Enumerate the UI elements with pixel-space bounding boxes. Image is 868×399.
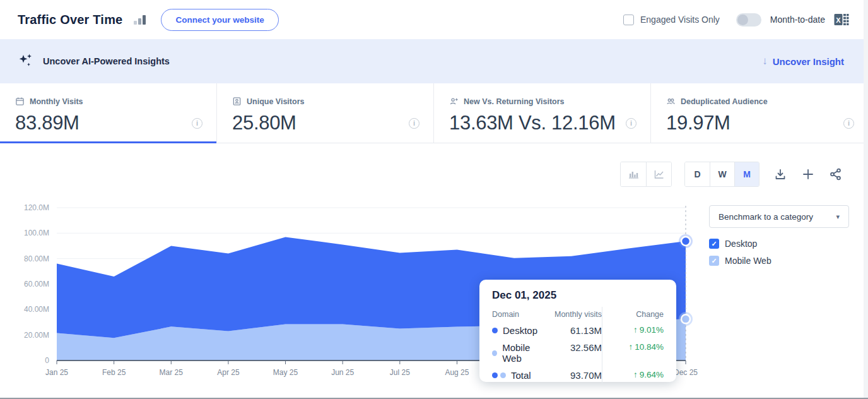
tooltip-total-change: ↑9.64% [602, 367, 664, 384]
download-icon[interactable] [773, 167, 787, 181]
desktop-checkbox[interactable]: ✓ [709, 239, 719, 249]
card-value: 25.80M [232, 112, 296, 134]
ai-insights-bar: Uncover AI-Powered Insights ↓ Uncover In… [0, 39, 868, 83]
mobile-marker [681, 314, 690, 323]
granularity-weekly-button[interactable]: W [710, 162, 734, 186]
info-icon[interactable]: i [843, 118, 854, 129]
month-to-date-label: Month-to-date [770, 15, 825, 25]
chart-tooltip: Dec 01, 2025 Domain Monthly visits Chang… [479, 280, 676, 382]
legend-label: Mobile Web [725, 256, 771, 266]
tooltip-col-change: Change [602, 307, 664, 322]
bar-chart-icon [134, 15, 146, 25]
mobile-web-dot [500, 372, 506, 378]
scrollbar-gutter[interactable] [864, 0, 868, 398]
change-value: 9.64% [640, 370, 664, 379]
tooltip-desktop-visits: 61.13M [548, 322, 602, 339]
card-label: Deduplicated Audience [681, 97, 768, 106]
up-arrow-icon: ↑ [633, 370, 638, 379]
info-icon[interactable]: i [409, 118, 419, 129]
desktop-dot [492, 328, 498, 333]
down-arrow-icon: ↓ [762, 55, 768, 68]
card-label: Monthly Visits [30, 97, 83, 106]
tooltip-mobile-change: ↑10.84% [602, 339, 664, 367]
tooltip-domain-label: Desktop [503, 325, 537, 336]
svg-text:X: X [836, 16, 841, 24]
card-value: 13.63M Vs. 12.16M [449, 112, 616, 134]
info-icon[interactable]: i [626, 118, 636, 129]
legend-item-desktop[interactable]: ✓ Desktop [709, 239, 854, 249]
y-axis-tick-label: 20.00M [24, 331, 49, 340]
line-chart-type-button[interactable] [646, 162, 671, 186]
granularity-monthly-button[interactable]: M [734, 162, 759, 186]
y-axis-tick-label: 80.00M [24, 254, 49, 263]
chart-toolbar: D W M [620, 162, 843, 186]
ai-insights-label: Uncover AI-Powered Insights [43, 56, 170, 66]
tooltip-date: Dec 01, 2025 [492, 289, 664, 302]
info-icon[interactable]: i [192, 118, 202, 129]
share-icon[interactable] [829, 167, 843, 181]
total-marker [681, 237, 690, 246]
y-axis-tick-label: 120.0M [24, 203, 49, 212]
calendar-icon [15, 97, 25, 106]
card-value: 83.89M [15, 112, 79, 134]
granularity-daily-button[interactable]: D [685, 162, 710, 186]
excel-export-icon[interactable]: X [834, 13, 849, 27]
x-axis-tick-label: Feb 25 [102, 368, 126, 377]
chevron-down-icon: ▾ [836, 213, 840, 221]
series-legend: ✓ Desktop ✓ Mobile Web [709, 239, 854, 266]
top-bar-controls: Engaged Visits Only Month-to-date X [623, 13, 849, 27]
add-to-dashboard-icon[interactable] [801, 167, 815, 181]
desktop-dot [492, 372, 498, 378]
engaged-visits-checkbox[interactable] [623, 15, 634, 25]
traffic-over-time-widget: Traffic Over Time Connect your website E… [0, 0, 868, 399]
card-deduplicated-audience[interactable]: Deduplicated Audience 19.97M i [651, 83, 868, 143]
x-axis-tick-label: Jun 25 [331, 368, 354, 377]
card-new-vs-returning[interactable]: New Vs. Returning Visitors 13.63M Vs. 12… [434, 83, 651, 143]
y-axis-tick-label: 0 [45, 356, 49, 365]
y-axis-tick-label: 100.0M [24, 229, 49, 237]
tooltip-desktop-change: ↑9.01% [602, 322, 664, 339]
tooltip-row-mobile-web: Mobile Web [492, 339, 548, 367]
mobile-web-checkbox[interactable]: ✓ [709, 256, 719, 266]
card-unique-visitors[interactable]: Unique Visitors 25.80M i [217, 83, 434, 143]
tooltip-total-visits: 93.70M [548, 367, 602, 384]
user-plus-icon [449, 97, 459, 106]
y-axis-tick-label: 60.00M [24, 280, 49, 289]
y-axis-tick-label: 40.00M [24, 305, 49, 314]
top-bar: Traffic Over Time Connect your website E… [0, 0, 868, 39]
up-arrow-icon: ↑ [628, 342, 633, 352]
tooltip-mobile-visits: 32.56M [548, 339, 602, 367]
toggle-knob [737, 15, 748, 25]
metric-cards-row: Monthly Visits 83.89M i Unique Visitors … [0, 83, 868, 143]
users-icon [666, 97, 676, 106]
chart-side-panel: Benchmark to a category ▾ ✓ Desktop ✓ Mo… [709, 205, 854, 266]
x-axis-tick-label: Jul 25 [390, 368, 410, 377]
tooltip-domain-label: Total [511, 370, 531, 381]
x-axis-tick-label: Dec 25 [674, 368, 698, 377]
card-label: New Vs. Returning Visitors [464, 97, 565, 106]
tooltip-col-visits: Monthly visits [548, 307, 602, 322]
connect-website-button[interactable]: Connect your website [161, 9, 278, 31]
mobile-web-dot [492, 350, 497, 356]
legend-item-mobile-web[interactable]: ✓ Mobile Web [709, 256, 854, 266]
card-monthly-visits[interactable]: Monthly Visits 83.89M i [0, 83, 217, 143]
month-to-date-toggle[interactable] [736, 13, 761, 27]
bar-chart-type-button[interactable] [621, 162, 646, 186]
legend-label: Desktop [725, 239, 757, 249]
chart-type-switcher [620, 162, 672, 187]
tooltip-col-domain: Domain [492, 307, 548, 322]
tooltip-domain-label: Mobile Web [502, 342, 548, 364]
tooltip-row-desktop: Desktop [492, 322, 548, 339]
x-axis-tick-label: May 25 [273, 368, 298, 377]
benchmark-select-label: Benchmark to a category [718, 212, 813, 222]
benchmark-category-select[interactable]: Benchmark to a category ▾ [709, 205, 849, 228]
x-axis-tick-label: Aug 25 [445, 368, 469, 377]
engaged-visits-label: Engaged Visits Only [640, 15, 720, 25]
change-value: 10.84% [635, 342, 664, 352]
tooltip-row-total: Total [492, 367, 548, 384]
granularity-switcher: D W M [684, 162, 760, 187]
x-axis-tick-label: Apr 25 [217, 368, 240, 377]
ai-sparkles-icon [18, 53, 34, 69]
uncover-insight-link[interactable]: ↓ Uncover Insight [762, 55, 844, 68]
user-badge-icon [232, 97, 242, 106]
